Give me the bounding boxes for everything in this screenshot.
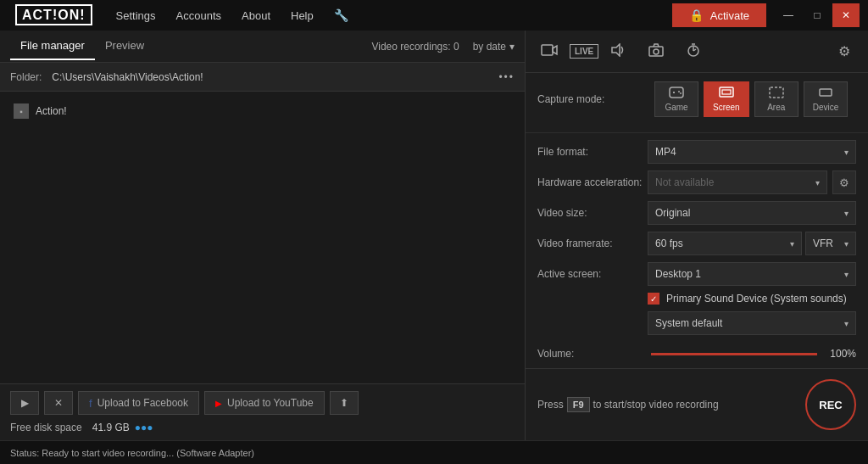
disk-info: Free disk space 41.9 GB ●●● [10,422,515,433]
dropdown-arrow-icon: ▾ [815,178,820,187]
capture-device-button[interactable]: Device [804,81,849,117]
speaker-icon [611,43,626,60]
list-item[interactable]: ▪ Action! [7,98,518,124]
settings-button[interactable]: ⚙ [827,35,861,69]
file-name: Action! [36,105,67,117]
recordings-count: Video recordings: 0 [371,41,459,53]
live-badge[interactable]: LIVE [570,44,598,59]
capture-screen-button[interactable]: Screen [704,81,749,117]
vfr-value: VFR [813,238,833,249]
settings-section: File format: MP4 ▾ Hardware acceleration… [526,133,868,368]
sound-device-label: Primary Sound Device (System sounds) [666,293,847,305]
play-button[interactable]: ▶ [10,391,39,415]
system-default-dropdown[interactable]: System default ▾ [648,311,856,335]
camera-icon [648,43,664,60]
tab-file-manager[interactable]: File manager [10,32,95,60]
press-hint: Press F9 to start/stop video recording [537,397,719,412]
app-logo: ACT!ON! [8,4,99,26]
active-screen-row: Active screen: Desktop 1 ▾ [537,262,856,286]
screenshot-button[interactable] [639,35,673,69]
system-default-value: System default [655,317,722,329]
nav-accounts[interactable]: Accounts [176,9,221,22]
activate-label: Activate [710,9,749,22]
file-format-value: MP4 [655,146,676,158]
video-mode-button[interactable] [532,35,566,69]
folder-bar: Folder: C:\Users\Vaishakh\Videos\Action!… [0,63,525,92]
svg-marker-2 [612,44,620,56]
svg-rect-9 [670,87,683,98]
status-text: Ready to start video recording... (Softw… [42,448,254,458]
rec-button[interactable]: REC [805,379,856,430]
hw-acceleration-row: Hardware acceleration: Not available ▾ ⚙ [537,171,856,194]
hw-acceleration-dropdown[interactable]: Not available ▾ [648,171,827,194]
dropdown-arrow-icon: ▾ [844,148,849,157]
left-panel: File manager Preview Video recordings: 0… [0,31,526,440]
timer-icon [687,43,700,60]
play-icon: ▶ [21,397,29,409]
hw-acceleration-value: Not available [655,176,714,188]
close-button[interactable]: ✕ [832,3,860,27]
upload-facebook-button[interactable]: f Upload to Facebook [78,391,199,415]
facebook-label: Upload to Facebook [97,397,188,409]
nav-settings[interactable]: Settings [116,9,156,22]
volume-label: Volume: [537,348,648,360]
svg-rect-0 [542,45,553,55]
tab-preview[interactable]: Preview [95,32,154,60]
minimize-button[interactable]: — [775,3,802,27]
nav-about[interactable]: About [242,9,270,22]
volume-percent: 100% [826,348,856,360]
file-format-dropdown[interactable]: MP4 ▾ [648,140,856,164]
video-framerate-dropdown[interactable]: 60 fps ▾ [648,232,802,255]
video-framerate-value: 60 fps [655,238,683,249]
disk-status-dots: ●●● [135,422,153,433]
main-area: File manager Preview Video recordings: 0… [0,31,868,440]
dropdown-arrow-icon: ▾ [844,270,849,279]
video-framerate-label: Video framerate: [537,238,648,249]
right-top-icons: LIVE ⚙ [526,31,868,73]
capture-area-button[interactable]: Area [754,81,798,117]
sound-device-checkbox[interactable]: ✓ [648,293,659,305]
svg-rect-16 [770,87,783,98]
device-label: Device [813,103,839,112]
capture-mode-label: Capture mode: [537,93,648,105]
vfr-dropdown[interactable]: VFR ▾ [805,232,856,255]
video-icon [541,43,558,60]
active-screen-value: Desktop 1 [655,268,701,280]
hw-acceleration-label: Hardware acceleration: [537,176,648,188]
video-size-value: Original [655,207,690,219]
capture-game-button[interactable]: Game [654,81,698,117]
stop-icon: ✕ [54,397,63,409]
hw-acceleration-settings-button[interactable]: ⚙ [832,171,856,194]
audio-button[interactable] [602,35,636,69]
right-panel: LIVE ⚙ Capture mod [526,31,868,440]
youtube-label: Upload to YouTube [227,397,314,409]
video-size-label: Video size: [537,207,648,219]
active-screen-label: Active screen: [537,268,648,280]
status-label: Status: [10,448,39,458]
activate-button[interactable]: 🔒 Activate [672,3,766,27]
nav-help[interactable]: Help [291,9,314,22]
screen-icon [719,87,734,100]
sort-selector[interactable]: by date ▾ [473,41,515,53]
video-size-dropdown[interactable]: Original ▾ [648,201,856,225]
gear-icon: ⚙ [838,43,850,59]
game-icon [669,87,684,100]
bottom-controls: ▶ ✕ f Upload to Facebook ▶ Upload to You… [0,383,525,440]
upload-youtube-button[interactable]: ▶ Upload to YouTube [204,391,325,415]
stop-button[interactable]: ✕ [44,391,73,415]
tab-bar: File manager Preview Video recordings: 0… [0,31,525,63]
rec-area: Press F9 to start/stop video recording R… [526,368,868,440]
svg-point-12 [678,91,680,92]
folder-options-button[interactable]: ••• [498,71,515,83]
benchmark-button[interactable] [676,35,710,69]
system-default-row: System default ▾ [537,311,856,335]
upload-icon: ⬆ [340,397,348,409]
active-screen-dropdown[interactable]: Desktop 1 ▾ [648,262,856,286]
svg-point-4 [654,49,659,54]
volume-track[interactable] [651,353,817,355]
maximize-button[interactable]: □ [804,3,831,27]
action-buttons: ▶ ✕ f Upload to Facebook ▶ Upload to You… [10,391,515,415]
upload-button[interactable]: ⬆ [330,391,359,415]
file-format-row: File format: MP4 ▾ [537,140,856,164]
file-icon: ▪ [14,103,29,119]
